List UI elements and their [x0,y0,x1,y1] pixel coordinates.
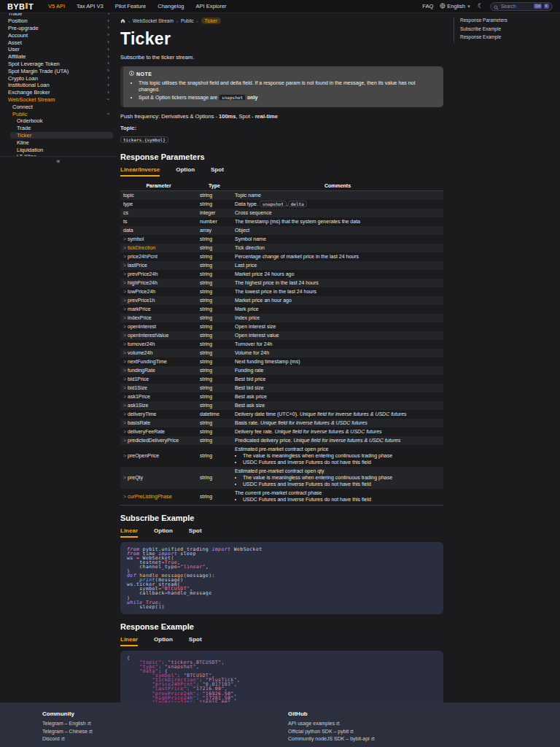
breadcrumb-item-websocket-stream[interactable]: WebSocket Stream [133,18,174,23]
type-cell: string [197,287,232,296]
param-link[interactable]: curPreListingPhase [128,494,172,499]
comment-cell: Funding rate [232,366,443,375]
sidebar-item-spot-leverage-token[interactable]: Spot Leverage Token› [0,61,117,68]
top-navbar: BYBT V5 APITax API V3Pilot FeatureChange… [0,0,560,13]
chevron-down-icon: › [106,113,112,115]
sidebar-item-user[interactable]: User› [0,46,117,53]
subscribe-tab-option[interactable]: Option [154,527,173,538]
param-name: ask1Size [128,403,148,408]
sidebar-collapse-button[interactable]: « [0,156,117,166]
logo-orange-bar-icon [26,3,28,9]
sidebar-item-liquidation[interactable]: Liquidation [0,146,117,153]
language-selector[interactable]: English ▼ [440,3,471,10]
comment-cell: Open interest value [232,331,443,340]
table-row: > price24hPcntstringPercentage change of… [120,252,443,261]
type-cell: string [197,340,232,349]
table-row: > preOpenPricestringEstimated pre-market… [120,445,443,467]
footer-link-telegram-english[interactable]: Telegram – English [42,721,288,726]
comment-cell: The lowest price in the last 24 hours [232,287,443,296]
param-cell: ts [120,217,197,226]
home-icon[interactable] [120,18,125,23]
footer-link-community-nodejs-sdk-bybit-api[interactable]: Community nodeJS SDK – bybit-api [288,736,534,741]
response-params-tab-option[interactable]: Option [176,166,195,177]
search-shortcut-key: Ctrl [534,4,542,9]
column-header-type: Type [197,181,232,191]
type-cell: string [197,305,232,314]
sidebar-item-asset[interactable]: Asset› [0,39,117,46]
note-bullet: This topic utilises the snapshot field a… [139,80,438,93]
param-name: data [123,228,133,233]
sidebar-item-label: Spot Leverage Token [8,61,60,67]
comment-bullets: The value is meaningless when entering c… [243,453,440,465]
response-tab-option[interactable]: Option [154,636,173,646]
param-name: indexPrice [128,315,152,320]
response-params-tab-linear-inverse[interactable]: Linear/Inverse [120,166,160,177]
sidebar-item-label: Asset [8,39,22,46]
sidebar-item-exchange-broker[interactable]: Exchange Broker› [0,89,117,96]
sidebar-item-crypto-loan[interactable]: Crypto Loan› [0,74,117,82]
sidebar-item-label: User [8,46,20,53]
table-of-contents: Response ParametersSubscribe ExampleResp… [454,18,557,43]
moon-theme-toggle-icon[interactable]: ☾ [478,3,483,9]
nav-item-api-explorer[interactable]: API Explorer [196,3,227,9]
type-cell: datetime [197,410,232,419]
toc-item-subscribe-example[interactable]: Subscribe Example [460,26,557,31]
nav-item-changelog[interactable]: Changelog [158,3,184,9]
language-label: English [447,3,465,9]
response-params-tab-spot[interactable]: Spot [211,166,224,177]
note-label: NOTE [136,71,152,77]
sidebar-item-institutional-loan[interactable]: Institutional Loan› [0,82,117,89]
response-tab-linear[interactable]: Linear [120,636,138,646]
param-cell: > volume24h [120,349,197,357]
param-cell: > deliveryFeeRate [120,427,197,436]
breadcrumb-item-public[interactable]: Public [181,18,194,23]
sidebar-item-connect[interactable]: Connect [0,103,117,110]
note-admonition: NOTE This topic utilises the snapshot fi… [120,66,443,107]
sidebar-item-label: Affiliate [8,53,26,60]
sidebar-item-websocket-stream[interactable]: WebSocket Stream› [0,96,117,104]
search-input[interactable]: Search Ctrl K [490,2,553,11]
sidebar-item-public[interactable]: Public› [0,110,117,117]
nav-item-tax-api-v3[interactable]: Tax API V3 [77,3,104,9]
sidebar-item-orderbook[interactable]: Orderbook [0,117,117,125]
left-sidebar: Trade›Position›Pre-upgrade›Account›Asset… [0,13,117,156]
footer-link-discord[interactable]: Discord [42,736,288,741]
sidebar-item-account[interactable]: Account› [0,31,117,39]
param-name: bid1Price [128,376,149,382]
sidebar-item-pre-upgrade[interactable]: Pre-upgrade› [0,25,117,32]
footer-heading: Community [42,711,288,717]
table-row: > deliveryTimedatetimeDelivery date time… [120,410,443,419]
comment-bullets: USDC Futures and Inverse Futures do not … [243,497,440,503]
subscribe-tab-linear[interactable]: Linear [120,527,138,538]
breadcrumb-item-ticker[interactable]: Ticker [201,18,221,24]
table-row: > highPrice24hstringThe highest price in… [120,279,443,287]
comment-bullet: USDC Futures and Inverse Futures do not … [243,460,440,466]
type-cell: string [197,349,232,357]
sidebar-item-kline[interactable]: Kline [0,139,117,146]
param-cell: > lowPrice24h [120,287,197,296]
nav-item-pilot-feature[interactable]: Pilot Feature [115,3,147,9]
toc-item-response-parameters[interactable]: Response Parameters [460,18,557,23]
param-cell: > nextFundingTime [120,357,197,366]
type-cell: integer [197,209,232,217]
footer-link-api-usage-examples[interactable]: API usage examples [288,721,534,726]
comment-cell: The highest price in the last 24 hours [232,279,443,287]
param-cell: > symbol [120,235,197,244]
breadcrumb-separator: › [176,19,178,23]
sidebar-item-affiliate[interactable]: Affiliate› [0,53,117,61]
faq-link[interactable]: FAQ [422,3,433,9]
param-link[interactable]: tickDirection [128,245,155,250]
sidebar-item-position[interactable]: Position› [0,18,117,25]
bybit-logo[interactable]: BYBT [7,2,34,11]
nav-item-v5-api[interactable]: V5 API [48,3,65,9]
sidebar-item-spot-margin-trade-uta[interactable]: Spot Margin Trade (UTA)› [0,67,117,74]
sidebar-item-ticker[interactable]: Ticker [10,132,113,139]
sidebar-item-trade[interactable]: Trade [0,125,117,132]
response-tab-spot[interactable]: Spot [189,636,202,646]
param-name: markPrice [128,306,151,311]
toc-item-response-example[interactable]: Response Example [460,34,557,39]
footer-link-telegram-chinese[interactable]: Telegram – Chinese [42,729,288,734]
footer-link-official-python-sdk-pybit[interactable]: Official python SDK – pybit [288,729,534,734]
subscribe-tab-spot[interactable]: Spot [189,527,202,538]
external-link-icon [371,736,375,741]
